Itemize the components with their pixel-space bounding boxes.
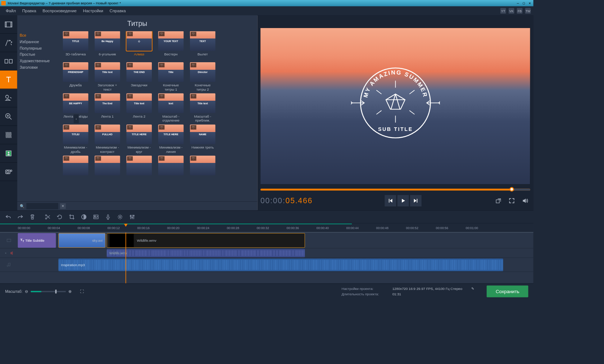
search-clear-icon[interactable]: ✕ [60, 203, 66, 209]
title-preset[interactable]: ♡The EndЛента 1 [95, 94, 120, 123]
mic-button[interactable] [102, 211, 114, 223]
menu-file[interactable]: Файл [3, 7, 19, 14]
tool-filters[interactable] [0, 34, 17, 52]
title-preset[interactable]: ♡ [158, 156, 184, 185]
menu-playback[interactable]: Воспроизведение [39, 7, 80, 14]
favorite-icon[interactable]: ♡ [191, 156, 196, 160]
favorite-icon[interactable]: ♡ [127, 125, 133, 129]
favorite-icon[interactable]: ♡ [95, 94, 101, 98]
rotate-button[interactable] [54, 211, 65, 223]
crop-button[interactable] [66, 211, 78, 223]
video-clip-sky[interactable]: sky.avi [58, 233, 105, 248]
favorite-icon[interactable]: ♡ [191, 63, 196, 67]
favorite-icon[interactable]: ♡ [127, 94, 133, 98]
social-youtube-icon[interactable]: YT [500, 8, 506, 14]
title-preset[interactable]: ♡TITLE HEREМинимализм - круг [126, 124, 152, 154]
favorite-icon[interactable]: ♡ [64, 94, 69, 98]
detach-icon[interactable] [493, 196, 503, 206]
title-preset[interactable]: ♡Title textМасштаб - приближ. [190, 94, 215, 123]
zoom-out-icon[interactable]: ⊖ [25, 289, 28, 294]
favorite-icon[interactable]: ♡ [64, 32, 69, 36]
clip-settings-button[interactable] [114, 211, 126, 223]
zoom-in-icon[interactable]: ⊕ [68, 289, 72, 294]
title-preset[interactable]: ♡TitleКонечные титры 1 [158, 62, 184, 91]
favorite-icon[interactable]: ♡ [64, 63, 69, 67]
favorite-icon[interactable]: ♡ [95, 63, 101, 67]
favorite-icon[interactable]: ♡ [64, 125, 69, 129]
title-track[interactable]: TT Title Subtitle sky.avi Wildlife.wmv [0, 232, 533, 248]
favorite-icon[interactable]: ♡ [159, 63, 165, 67]
title-preset[interactable]: ♡TEXTВылет [190, 31, 215, 60]
timeline-ruler[interactable]: 00:00:0000:00:0400:00:0800:00:1200:00:16… [0, 224, 533, 233]
tool-record[interactable] [0, 163, 17, 181]
title-preset[interactable]: ♡YOUR TEXTВестерн [158, 31, 184, 60]
linked-audio-clip[interactable]: Wildlife.wmv [107, 249, 305, 257]
cat-artistic[interactable]: Художественные [20, 58, 59, 64]
edit-settings-icon[interactable]: ✎ [471, 287, 474, 291]
favorite-icon[interactable]: ♡ [95, 32, 101, 36]
favorite-icon[interactable]: ♡ [159, 94, 165, 98]
menu-settings[interactable]: Настройки [80, 7, 106, 14]
maximize-button[interactable]: ▢ [523, 1, 525, 5]
tool-zoom[interactable] [0, 107, 17, 126]
zoom-slider[interactable] [31, 291, 65, 292]
title-clip[interactable]: TT Title Subtitle [18, 233, 56, 248]
preview-area[interactable]: MY AMAZING SUMMER SUB TITLE [260, 28, 530, 184]
title-preset[interactable]: ♡DirectorКонечные титры 2 [190, 62, 215, 91]
title-preset[interactable]: ♡TITLE3D-табличка [63, 31, 88, 60]
titles-search-input[interactable] [26, 203, 58, 209]
favorite-icon[interactable]: ♡ [127, 32, 133, 36]
favorite-icon[interactable]: ♡ [191, 32, 196, 36]
title-preset[interactable]: ♡TITLE HEREМинимализм - линия [158, 124, 184, 154]
color-button[interactable] [78, 211, 90, 223]
favorite-icon[interactable]: ♡ [95, 125, 101, 129]
split-button[interactable] [42, 211, 54, 223]
cat-simple[interactable]: Простые [20, 51, 59, 58]
favorite-icon[interactable]: ♡ [159, 156, 165, 160]
tool-titles[interactable] [0, 70, 17, 89]
menu-help[interactable]: Справка [106, 7, 129, 14]
title-preset[interactable]: ♡ [95, 156, 120, 185]
tool-transitions[interactable] [0, 52, 17, 70]
minimize-button[interactable]: — [517, 1, 519, 5]
title-preset[interactable]: ♡ [63, 156, 88, 185]
favorite-icon[interactable]: ♡ [64, 156, 69, 160]
tool-media[interactable] [0, 15, 17, 33]
social-vk-icon[interactable]: VK [509, 8, 514, 14]
next-button[interactable] [410, 195, 422, 206]
social-fb-icon[interactable]: FB [517, 8, 523, 14]
title-preset[interactable]: ♡Title textЗаголовок + текст [95, 62, 120, 91]
play-button[interactable] [397, 195, 409, 206]
favorite-icon[interactable]: ♡ [191, 94, 196, 98]
playhead[interactable] [126, 232, 126, 283]
equalizer-button[interactable] [126, 211, 138, 223]
favorite-icon[interactable]: ♡ [191, 125, 196, 129]
title-preset[interactable]: ♡ [126, 156, 152, 185]
video-clip-wildlife[interactable]: Wildlife.wmv [107, 233, 305, 248]
favorite-icon[interactable]: ♡ [95, 156, 101, 160]
title-preset[interactable]: ♡TITLE/Минимализм - дробь [63, 124, 88, 154]
save-button[interactable]: Сохранить [487, 286, 528, 297]
cat-popular[interactable]: Популярные [20, 45, 59, 51]
title-preset[interactable]: ♡THE ENDЗвездочки [126, 62, 152, 91]
title-preset[interactable]: ♡◇Алмаз [126, 31, 152, 60]
prev-button[interactable] [385, 195, 396, 206]
favorite-icon[interactable]: ♡ [127, 63, 133, 67]
title-preset[interactable]: ♡Be Happy6-угольник [95, 31, 120, 60]
undo-button[interactable] [3, 211, 14, 223]
favorite-icon[interactable]: ♡ [159, 32, 165, 36]
title-preset[interactable]: ♡NAMEНижняя треть [190, 124, 215, 154]
preview-scrubber[interactable] [260, 189, 530, 192]
cat-favorites[interactable]: Избранное [20, 39, 59, 45]
audio-track[interactable]: Inspiration.mp3 [0, 258, 533, 272]
title-preset[interactable]: ♡FRIENDSHIPДружба [63, 62, 88, 91]
collapse-categories-icon[interactable]: ‹ [74, 114, 79, 123]
cat-all[interactable]: Все [20, 32, 59, 39]
tool-stickers[interactable] [0, 89, 17, 107]
menu-edit[interactable]: Правка [19, 7, 39, 14]
image-button[interactable] [90, 211, 102, 223]
favorite-icon[interactable]: ♡ [127, 156, 133, 160]
linked-audio-track[interactable]: Wildlife.wmv [0, 249, 533, 258]
fullscreen-icon[interactable] [507, 196, 517, 206]
redo-button[interactable] [15, 211, 26, 223]
